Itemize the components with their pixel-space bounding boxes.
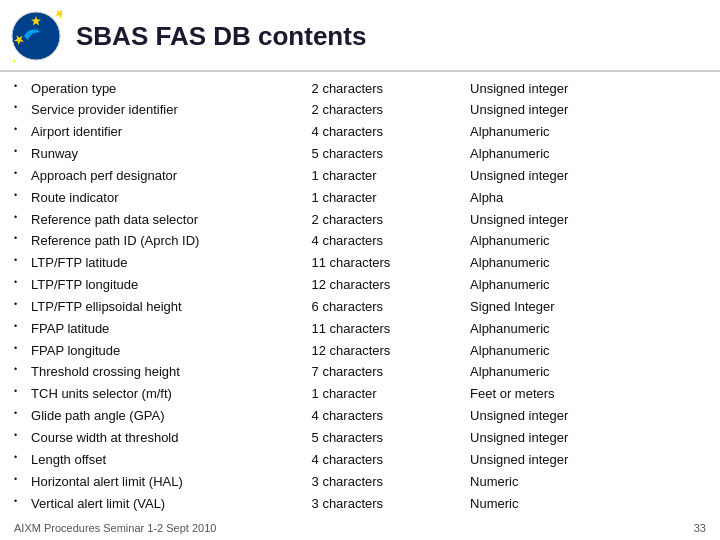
field-size: 3 characters	[308, 471, 467, 493]
bullet: •	[10, 144, 27, 166]
field-name: Horizontal alert limit (HAL)	[27, 471, 307, 493]
table-row: • Reference path ID (Aprch ID) 4 charact…	[10, 231, 710, 253]
bullet: •	[10, 428, 27, 450]
bullet: •	[10, 384, 27, 406]
field-size: 2 characters	[308, 78, 467, 100]
field-type: Unsigned integer	[466, 165, 710, 187]
field-size: 1 character	[308, 165, 467, 187]
field-type: Unsigned integer	[466, 406, 710, 428]
bullet: •	[10, 493, 27, 515]
table-row: • Length offset 4 characters Unsigned in…	[10, 449, 710, 471]
field-name: Route indicator	[27, 187, 307, 209]
field-name: Service provider identifier	[27, 100, 307, 122]
field-name: Threshold crossing height	[27, 362, 307, 384]
table-row: • TCH units selector (m/ft) 1 character …	[10, 384, 710, 406]
table-row: • Course width at threshold 5 characters…	[10, 428, 710, 450]
field-type: Unsigned integer	[466, 428, 710, 450]
field-name: Reference path ID (Aprch ID)	[27, 231, 307, 253]
main-content: • Operation type 2 characters Unsigned i…	[0, 72, 720, 517]
field-size: 4 characters	[308, 231, 467, 253]
bullet: •	[10, 296, 27, 318]
bullet: •	[10, 122, 27, 144]
field-size: 12 characters	[308, 340, 467, 362]
table-row: • Route indicator 1 character Alpha	[10, 187, 710, 209]
bullet: •	[10, 471, 27, 493]
field-name: LTP/FTP ellipsoidal height	[27, 296, 307, 318]
field-name: Runway	[27, 144, 307, 166]
field-type: Numeric	[466, 471, 710, 493]
field-type: Alphanumeric	[466, 122, 710, 144]
field-name: TCH units selector (m/ft)	[27, 384, 307, 406]
field-size: 5 characters	[308, 428, 467, 450]
field-type: Alphanumeric	[466, 231, 710, 253]
field-size: 4 characters	[308, 122, 467, 144]
table-row: • Airport identifier 4 characters Alphan…	[10, 122, 710, 144]
table-row: • FPAP longitude 12 characters Alphanume…	[10, 340, 710, 362]
field-size: 2 characters	[308, 100, 467, 122]
table-row: • Vertical alert limit (VAL) 3 character…	[10, 493, 710, 515]
field-type: Unsigned integer	[466, 100, 710, 122]
field-size: 11 characters	[308, 253, 467, 275]
eurocontrol-logo	[10, 10, 62, 62]
field-size: 1 character	[308, 384, 467, 406]
bullet: •	[10, 253, 27, 275]
field-size: 6 characters	[308, 296, 467, 318]
table-row: • Threshold crossing height 7 characters…	[10, 362, 710, 384]
field-name: FPAP longitude	[27, 340, 307, 362]
field-name: LTP/FTP latitude	[27, 253, 307, 275]
field-type: Alphanumeric	[466, 362, 710, 384]
page-title: SBAS FAS DB contents	[76, 21, 366, 52]
field-name: Glide path angle (GPA)	[27, 406, 307, 428]
field-type: Numeric	[466, 493, 710, 515]
field-type: Alphanumeric	[466, 253, 710, 275]
field-name: Approach perf designator	[27, 165, 307, 187]
field-size: 12 characters	[308, 275, 467, 297]
field-name: Reference path data selector	[27, 209, 307, 231]
svg-marker-12	[10, 57, 20, 62]
field-type: Alphanumeric	[466, 318, 710, 340]
table-row: • LTP/FTP latitude 11 characters Alphanu…	[10, 253, 710, 275]
field-size: 2 characters	[308, 209, 467, 231]
field-size: 3 characters	[308, 493, 467, 515]
field-name: Course width at threshold	[27, 428, 307, 450]
page-footer: AIXM Procedures Seminar 1-2 Sept 2010 33	[0, 522, 720, 534]
field-size: 11 characters	[308, 318, 467, 340]
field-type: Alphanumeric	[466, 340, 710, 362]
page-header: SBAS FAS DB contents	[0, 0, 720, 72]
bullet: •	[10, 187, 27, 209]
field-type: Alphanumeric	[466, 144, 710, 166]
field-type: Alphanumeric	[466, 275, 710, 297]
bullet: •	[10, 449, 27, 471]
field-type: Unsigned integer	[466, 449, 710, 471]
table-row: • Glide path angle (GPA) 4 characters Un…	[10, 406, 710, 428]
field-size: 1 character	[308, 187, 467, 209]
field-size: 4 characters	[308, 406, 467, 428]
bullet: •	[10, 231, 27, 253]
field-size: 4 characters	[308, 449, 467, 471]
table-row: • Horizontal alert limit (HAL) 3 charact…	[10, 471, 710, 493]
bullet: •	[10, 78, 27, 100]
bullet: •	[10, 318, 27, 340]
field-type: Signed Integer	[466, 296, 710, 318]
field-name: Vertical alert limit (VAL)	[27, 493, 307, 515]
bullet: •	[10, 340, 27, 362]
table-row: • LTP/FTP ellipsoidal height 6 character…	[10, 296, 710, 318]
bullet: •	[10, 100, 27, 122]
table-row: • Runway 5 characters Alphanumeric	[10, 144, 710, 166]
footer-left: AIXM Procedures Seminar 1-2 Sept 2010	[14, 522, 216, 534]
table-row: • LTP/FTP longitude 12 characters Alphan…	[10, 275, 710, 297]
bullet: •	[10, 406, 27, 428]
table-row: • FPAP latitude 11 characters Alphanumer…	[10, 318, 710, 340]
field-name: Length offset	[27, 449, 307, 471]
field-size: 5 characters	[308, 144, 467, 166]
footer-right: 33	[694, 522, 706, 534]
svg-point-1	[18, 18, 54, 54]
bullet: •	[10, 362, 27, 384]
bullet: •	[10, 209, 27, 231]
bullet: •	[10, 165, 27, 187]
table-row: • Service provider identifier 2 characte…	[10, 100, 710, 122]
table-row: • Approach perf designator 1 character U…	[10, 165, 710, 187]
field-type: Unsigned integer	[466, 78, 710, 100]
field-name: LTP/FTP longitude	[27, 275, 307, 297]
field-name: Operation type	[27, 78, 307, 100]
